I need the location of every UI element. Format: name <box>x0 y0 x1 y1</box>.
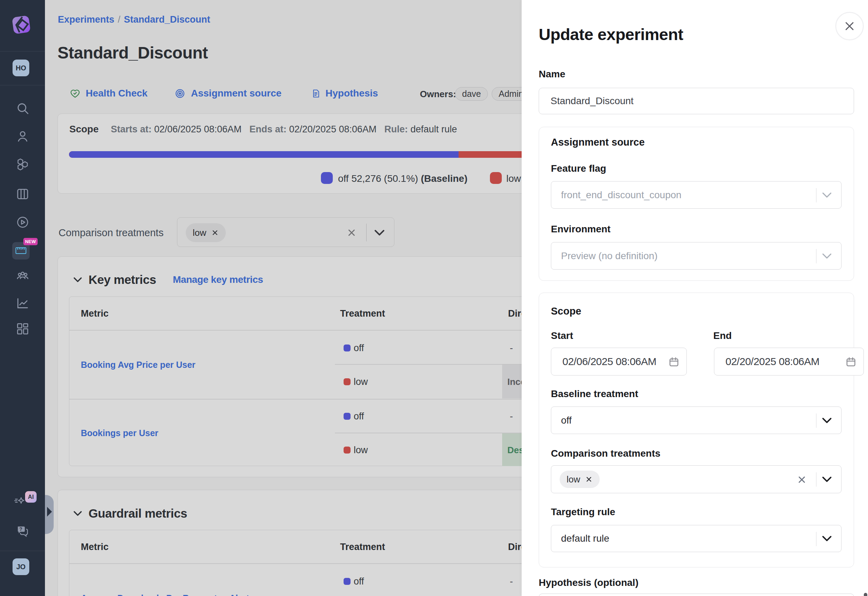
svg-text:?: ? <box>19 526 22 532</box>
